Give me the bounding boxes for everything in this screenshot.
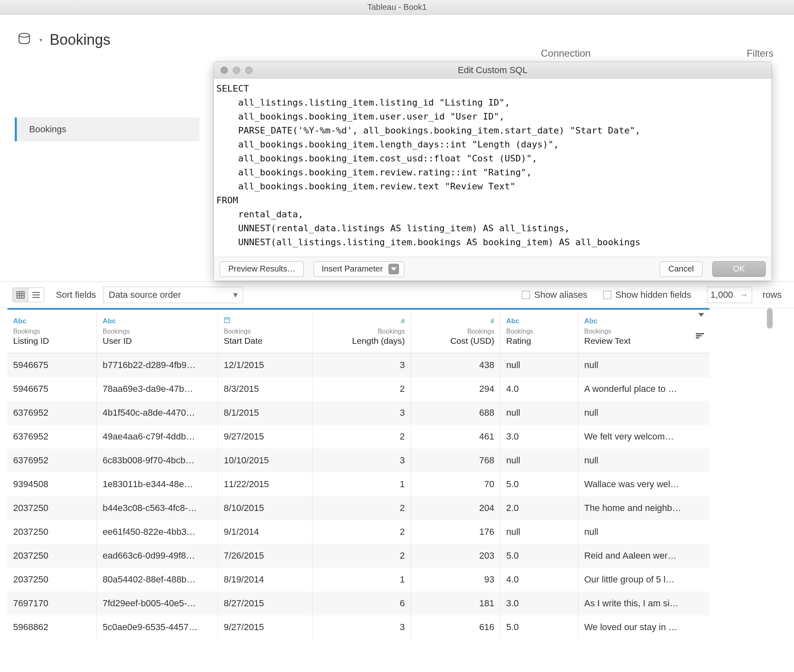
column-header[interactable]: BookingsStart Date (218, 310, 312, 353)
table-row[interactable]: 2037250b44e3c08-c563-4fc8-…8/10/20152204… (7, 496, 709, 520)
table-cell: 2037250 (7, 568, 97, 591)
grid-view-icon[interactable] (13, 288, 28, 302)
table-cell: 2037250 (7, 520, 97, 544)
sql-textarea[interactable]: SELECT all_listings.listing_item.listing… (214, 78, 771, 257)
table-cell: 181 (411, 591, 500, 615)
column-header[interactable]: #BookingsCost (USD) (411, 310, 500, 353)
table-row[interactable]: 637695249ae4aa6-c79f-4ddb…9/27/201524613… (7, 425, 709, 449)
table-cell: The home and neighb… (578, 496, 707, 520)
checkbox-icon (603, 291, 611, 299)
table-cell: 78aa69e3-da9e-47b… (97, 377, 218, 401)
table-cell: 3 (312, 615, 411, 639)
table-cell: 70 (411, 472, 500, 496)
sort-icon[interactable] (696, 333, 704, 339)
table-cell: null (578, 449, 707, 472)
column-source: Bookings (417, 328, 494, 335)
table-cell: ead663c6-0d99-49f8… (97, 544, 218, 568)
scrollbar-thumb[interactable] (767, 308, 773, 329)
column-header[interactable]: AbcBookingsRating (500, 310, 578, 353)
traffic-lights[interactable] (214, 67, 252, 74)
svg-rect-14 (696, 335, 702, 336)
column-header[interactable]: AbcBookingsReview Text (578, 310, 707, 353)
table-cell: b44e3c08-c563-4fc8-… (97, 496, 218, 520)
rows-label: rows (763, 290, 782, 300)
table-cell: 5968862 (7, 615, 97, 639)
zoom-icon[interactable] (245, 67, 252, 74)
cancel-label: Cancel (668, 264, 694, 274)
table-cell: 7/26/2015 (218, 544, 312, 568)
show-aliases-label: Show aliases (534, 290, 587, 300)
ok-button[interactable]: OK (712, 261, 766, 277)
list-view-icon[interactable] (28, 288, 44, 302)
table-cell: 5c0ae0e9-6535-4457… (97, 615, 218, 639)
datasource-icon[interactable] (16, 32, 32, 48)
table-row[interactable]: 594667578aa69e3-da9e-47b…8/3/201522944.0… (7, 377, 709, 401)
datasource-canvas: ▾ Bookings Connection Filters Bookings E… (0, 15, 794, 282)
grid-body: 5946675b7716b22-d289-4fb9…12/1/20153438n… (7, 353, 709, 639)
ok-label: OK (733, 264, 745, 274)
column-source: Bookings (224, 328, 306, 335)
grid-header-row: AbcBookingsListing IDAbcBookingsUser IDB… (7, 310, 709, 353)
chevron-down-icon (388, 264, 399, 274)
column-name: Length (days) (318, 336, 405, 346)
datatype-icon: # (318, 317, 405, 325)
connection-item-label: Bookings (29, 124, 67, 135)
table-cell: null (500, 520, 578, 544)
table-row[interactable]: 59688625c0ae0e9-6535-4457…9/27/201536165… (7, 615, 709, 639)
column-header[interactable]: #BookingsLength (days) (312, 310, 411, 353)
arrow-right-icon: → (739, 290, 748, 300)
table-cell: null (500, 449, 578, 472)
table-cell: 438 (411, 353, 500, 377)
sort-fields-label: Sort fields (56, 290, 96, 300)
table-row[interactable]: 76971707fd29eef-b005-40e5-…8/27/20156181… (7, 591, 709, 615)
window-titlebar: Tableau - Book1 (0, 0, 794, 15)
show-aliases-checkbox[interactable]: Show aliases (522, 290, 587, 300)
svg-rect-1 (17, 292, 24, 298)
table-cell: 461 (411, 425, 500, 449)
table-cell: 11/22/2015 (218, 472, 312, 496)
column-name: Listing ID (13, 336, 91, 346)
cancel-button[interactable]: Cancel (660, 261, 702, 277)
view-mode-toggle[interactable] (12, 288, 44, 302)
close-icon[interactable] (220, 67, 228, 74)
dropdown-caret-icon[interactable]: ▾ (39, 37, 42, 43)
preview-results-button[interactable]: Preview Results… (220, 261, 304, 277)
rows-input[interactable]: 1,000 → (707, 287, 752, 303)
window-title: Tableau - Book1 (367, 2, 427, 12)
column-name: Review Text (584, 336, 701, 346)
scrollbar[interactable] (767, 308, 773, 620)
column-source: Bookings (318, 328, 405, 335)
table-cell: 204 (411, 496, 500, 520)
table-cell: Our little group of 5 l… (578, 568, 707, 591)
table-row[interactable]: 2037250ead663c6-0d99-49f8…7/26/201522035… (7, 544, 709, 568)
datatype-icon: # (417, 317, 494, 325)
table-cell: b7716b22-d289-4fb9… (97, 353, 218, 377)
connection-label: Connection (541, 48, 590, 59)
table-row[interactable]: 203725080a54402-88ef-488b…8/19/20141934.… (7, 568, 709, 591)
connection-item-bookings[interactable]: Bookings (15, 117, 200, 141)
table-cell: 2.0 (500, 496, 578, 520)
insert-parameter-select[interactable]: Insert Parameter (314, 261, 404, 277)
column-name: Cost (USD) (417, 336, 494, 346)
table-cell: 3 (312, 401, 411, 425)
table-row[interactable]: 93945081e83011b-e344-48e…11/22/20151705.… (7, 472, 709, 496)
sort-fields-select[interactable]: Data source order ▾ (103, 287, 243, 303)
dialog-titlebar[interactable]: Edit Custom SQL (214, 62, 771, 78)
table-row[interactable]: 63769526c83b008-9f70-4bcb…10/10/20153768… (7, 449, 709, 472)
column-menu-icon[interactable] (698, 313, 704, 317)
table-cell: 9/1/2014 (218, 520, 312, 544)
table-cell: 5946675 (7, 377, 97, 401)
table-cell: 49ae4aa6-c79f-4ddb… (97, 425, 218, 449)
minimize-icon[interactable] (233, 67, 240, 74)
show-hidden-checkbox[interactable]: Show hidden fields (603, 290, 691, 300)
table-cell: We felt very welcom… (578, 425, 707, 449)
filters-label[interactable]: Filters (747, 48, 773, 59)
datasource-title[interactable]: Bookings (50, 31, 110, 48)
table-row[interactable]: 5946675b7716b22-d289-4fb9…12/1/20153438n… (7, 353, 709, 377)
column-header[interactable]: AbcBookingsUser ID (97, 310, 218, 353)
table-cell: 5.0 (500, 472, 578, 496)
column-header[interactable]: AbcBookingsListing ID (7, 310, 97, 353)
table-row[interactable]: 2037250ee61f450-822e-4bb3…9/1/20142176nu… (7, 520, 709, 544)
datatype-icon: Abc (13, 317, 91, 325)
table-row[interactable]: 63769524b1f540c-a8de-4470…8/1/20153688nu… (7, 401, 709, 425)
